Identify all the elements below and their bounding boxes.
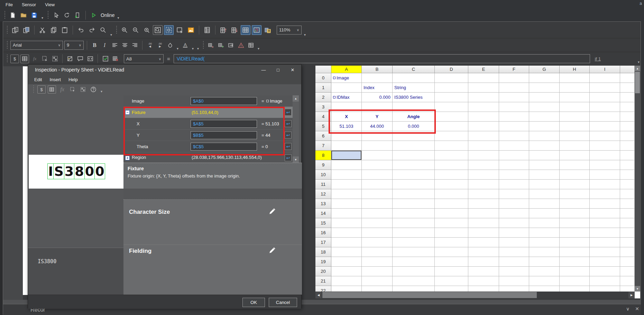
cell-F3[interactable] — [499, 102, 529, 112]
comment-icon[interactable] — [76, 55, 84, 63]
cell-A21[interactable] — [331, 276, 362, 286]
zoom-fit-icon[interactable] — [164, 25, 174, 35]
cell-I8[interactable] — [590, 151, 620, 160]
cell-D1[interactable] — [435, 83, 468, 93]
cell-H7[interactable] — [560, 141, 590, 151]
row-header-3[interactable]: 3 — [315, 102, 331, 112]
row-header-8[interactable]: 8 — [315, 151, 331, 160]
cell-I21[interactable] — [590, 276, 620, 286]
cell-G19[interactable] — [529, 257, 560, 267]
image-overlay-view-icon[interactable] — [252, 25, 261, 35]
row-header-5[interactable]: 5 — [315, 122, 331, 131]
cell-C5[interactable]: 0.000 — [393, 122, 435, 131]
merge-cells-icon[interactable] — [227, 41, 235, 49]
menu-sensor[interactable]: Sensor — [22, 2, 36, 7]
cell-I20[interactable] — [590, 267, 620, 276]
cell-I4[interactable] — [590, 112, 620, 122]
cell-F7[interactable] — [499, 141, 529, 151]
cell-H17[interactable] — [560, 238, 590, 247]
row-header-20[interactable]: 20 — [315, 267, 331, 276]
error-check-icon[interactable] — [237, 41, 245, 49]
cell-F19[interactable] — [499, 257, 529, 267]
reset-sensor-icon[interactable] — [62, 11, 71, 20]
cell-D3[interactable] — [435, 102, 468, 112]
cell-I6[interactable] — [590, 131, 620, 141]
vertical-scrollbar[interactable]: ▲ ▼ — [635, 66, 640, 292]
cell-H16[interactable] — [560, 228, 590, 238]
increase-decimal-icon[interactable]: .00◀ — [146, 41, 154, 49]
cell-I5[interactable] — [590, 122, 620, 131]
cell-F9[interactable] — [499, 160, 529, 170]
cell-E18[interactable] — [468, 247, 499, 257]
if-link[interactable]: if 1 — [595, 56, 601, 61]
cell-H11[interactable] — [560, 180, 590, 189]
trigger-icon[interactable] — [73, 11, 82, 20]
cell-E16[interactable] — [468, 228, 499, 238]
cell-D9[interactable] — [435, 160, 468, 170]
cell-B22[interactable] — [362, 286, 393, 292]
cell-A1[interactable] — [331, 83, 362, 93]
new-job-icon[interactable] — [8, 11, 17, 20]
select-cells-icon[interactable] — [68, 85, 77, 94]
row-header-17[interactable]: 17 — [315, 238, 331, 247]
select-all-corner[interactable] — [315, 66, 331, 73]
row-header-18[interactable]: 18 — [315, 247, 331, 257]
cell-D13[interactable] — [435, 199, 468, 209]
cell-I18[interactable] — [590, 247, 620, 257]
fill-color-icon[interactable] — [166, 41, 174, 49]
cell-G0[interactable] — [529, 73, 560, 83]
column-header-D[interactable]: D — [435, 66, 468, 73]
column-header-G[interactable]: G — [529, 66, 560, 73]
cell-A4[interactable]: X — [331, 112, 362, 122]
save-job-icon[interactable] — [30, 11, 39, 20]
cell-I15[interactable] — [590, 218, 620, 228]
close-panel-icon[interactable]: ✕ — [635, 306, 639, 312]
cell-I0[interactable] — [590, 73, 620, 83]
row-header-9[interactable]: 9 — [315, 160, 331, 170]
property-row-region[interactable]: +Region(28.038,175.966,130.113,46.554,0)… — [123, 152, 293, 163]
cell-D17[interactable] — [435, 238, 468, 247]
cell-D4[interactable] — [435, 112, 468, 122]
cell-B5[interactable]: 44.000 — [362, 122, 393, 131]
scroll-up-icon[interactable]: ▲ — [635, 66, 640, 71]
cell-F16[interactable] — [499, 228, 529, 238]
cell-C16[interactable] — [393, 228, 435, 238]
column-header-A[interactable]: A — [331, 66, 362, 73]
scroll-left-icon[interactable]: ◀ — [315, 292, 322, 298]
row-header-10[interactable]: 10 — [315, 170, 331, 180]
cell-E20[interactable] — [468, 267, 499, 276]
insert-function-icon[interactable]: fx — [58, 85, 66, 94]
cell-I12[interactable] — [590, 189, 620, 199]
cell-H14[interactable] — [560, 209, 590, 218]
export-snippet-icon[interactable] — [21, 25, 31, 35]
cell-F21[interactable] — [499, 276, 529, 286]
cell-C8[interactable] — [393, 151, 435, 160]
scroll-right-icon[interactable]: ▶ — [628, 292, 635, 298]
dialog-menu-edit[interactable]: Edit — [34, 77, 42, 82]
cell-H5[interactable] — [560, 122, 590, 131]
cell-F12[interactable] — [499, 189, 529, 199]
cell-C22[interactable] — [393, 286, 435, 292]
cell-C15[interactable] — [393, 218, 435, 228]
cell-B13[interactable] — [362, 199, 393, 209]
cell-E13[interactable] — [468, 199, 499, 209]
cell-H10[interactable] — [560, 170, 590, 180]
cell-A20[interactable] — [331, 267, 362, 276]
menu-file[interactable]: File — [6, 2, 13, 7]
insert-cells-icon[interactable] — [206, 41, 215, 49]
cell-H3[interactable] — [560, 102, 590, 112]
cell-F11[interactable] — [499, 180, 529, 189]
maximize-icon[interactable]: □ — [271, 65, 285, 75]
property-row-x[interactable]: X$A$5= 51.103↩ — [123, 118, 293, 130]
cell-C2[interactable]: IS3800 Series — [393, 93, 435, 102]
cell-D15[interactable] — [435, 218, 468, 228]
row-header-7[interactable]: 7 — [315, 141, 331, 151]
dialog-menu-insert[interactable]: Insert — [49, 77, 61, 82]
scrollbar-thumb[interactable] — [322, 292, 537, 298]
insert-row-icon[interactable] — [219, 25, 228, 35]
cell-B14[interactable] — [362, 209, 393, 218]
cell-G7[interactable] — [529, 141, 560, 151]
dollar-table-icon[interactable]: $ — [10, 55, 19, 63]
cell-C20[interactable] — [393, 267, 435, 276]
redo-icon[interactable] — [87, 25, 97, 35]
